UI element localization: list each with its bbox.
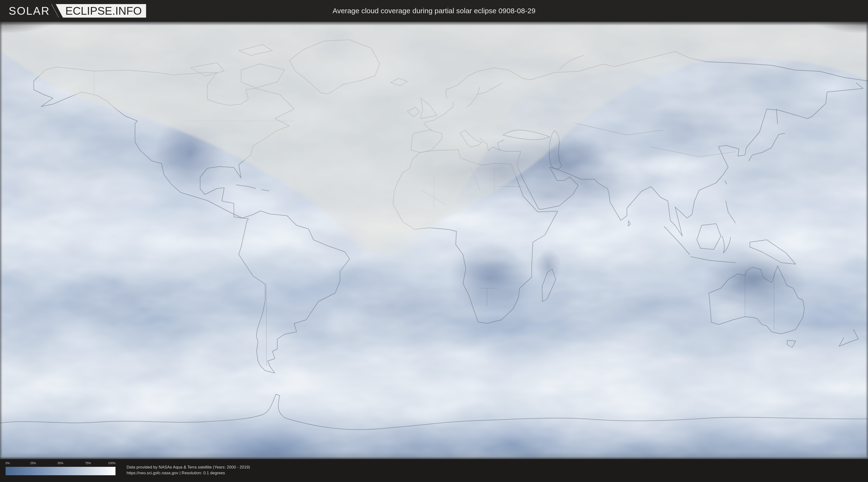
cloud-coverage-map	[0, 22, 868, 459]
app-window: SOLAR ECLIPSE.INFO Average cloud coverag…	[0, 0, 868, 482]
data-attribution: Data provided by NASAs Aqua & Terra sate…	[127, 464, 250, 476]
eclipse-veil-layer	[0, 22, 868, 459]
page-title: Average cloud coverage during partial so…	[0, 0, 868, 22]
attribution-line-2: https://neo.sci.gsfc.nasa.gov | Resoluti…	[127, 470, 250, 476]
legend-label-75: 75%	[85, 461, 91, 465]
legend-gradient-bar	[5, 467, 116, 475]
legend-tick-labels: 0% 25% 50% 75% 100%	[5, 461, 116, 465]
header-bar: SOLAR ECLIPSE.INFO Average cloud coverag…	[0, 0, 868, 22]
legend-label-25: 25%	[30, 461, 36, 465]
cloud-coverage-legend: 0% 25% 50% 75% 100%	[5, 461, 116, 475]
attribution-line-1: Data provided by NASAs Aqua & Terra sate…	[127, 464, 250, 470]
legend-label-100: 100%	[108, 461, 116, 465]
legend-label-50: 50%	[58, 461, 63, 465]
footer-bar: 0% 25% 50% 75% 100% Data provided by NAS…	[0, 459, 868, 482]
legend-label-0: 0%	[5, 461, 10, 465]
